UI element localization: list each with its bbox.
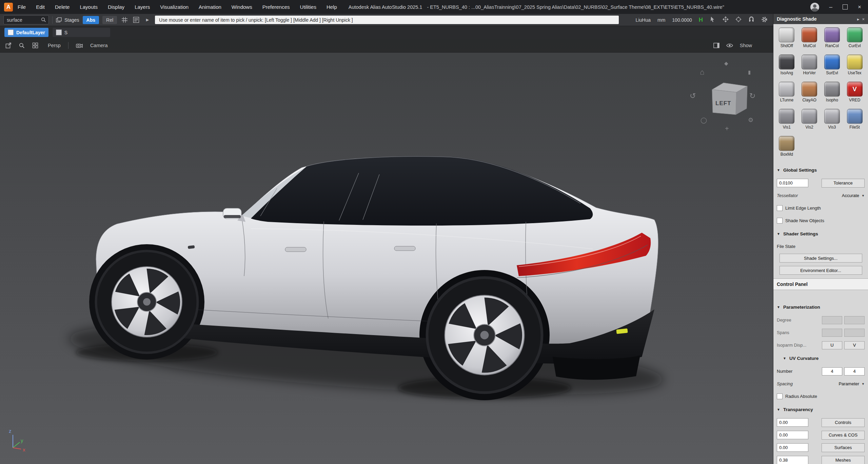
shader-vred-button[interactable]: VVRED — [843, 80, 866, 107]
layout-list-icon[interactable] — [132, 16, 140, 24]
zoom-plus-icon[interactable]: + — [725, 125, 729, 132]
rotate-left-icon[interactable]: ↺ — [690, 92, 696, 100]
shader-curevl-button[interactable]: CurEvl — [843, 26, 866, 53]
panel-toggle-icon[interactable] — [713, 43, 719, 48]
orbit-icon[interactable]: ◯ — [701, 117, 707, 124]
camera-label[interactable]: Camera — [90, 43, 108, 48]
gear-settings-icon[interactable] — [761, 16, 768, 24]
search-input[interactable] — [6, 17, 35, 23]
radius-absolute-checkbox[interactable] — [777, 393, 783, 399]
limit-edge-length-checkbox[interactable] — [777, 205, 783, 211]
shader-ltunne-button[interactable]: LTunne — [775, 80, 798, 107]
alias-logo-icon[interactable]: A — [4, 3, 13, 12]
crosshair-snap-icon[interactable] — [735, 16, 742, 23]
units-label[interactable]: mm — [657, 17, 665, 23]
shader-vis2-button[interactable]: Vis2 — [798, 108, 821, 134]
section-uv-curvature[interactable]: ▼ UV Curvature — [773, 351, 868, 365]
transparency-value-input[interactable] — [777, 456, 808, 464]
collapse-triangle-icon[interactable]: ▼ — [777, 232, 780, 236]
shader-vis1-button[interactable]: Vis1 — [775, 108, 798, 134]
rel-toggle-button[interactable]: Rel — [102, 16, 117, 24]
isoparm-u-button[interactable]: U — [822, 341, 842, 349]
collapse-triangle-icon[interactable]: ▼ — [777, 168, 780, 172]
uv-number-u-input[interactable] — [822, 367, 842, 375]
construction-grid-icon[interactable] — [120, 16, 129, 24]
layout-tiles-icon[interactable] — [32, 42, 38, 49]
move-transform-icon[interactable] — [723, 16, 729, 23]
shader-isopho-button[interactable]: Isopho — [821, 80, 844, 107]
perspective-viewport[interactable]: LEFT ⌂ ◆ ▮ ↺ ↻ ◯ ⚙ + z y x Persp — [0, 39, 773, 464]
layer-tab-defaultlayer[interactable]: DefaultLayer — [4, 28, 48, 37]
section-shader-settings[interactable]: ▼ Shader Settings — [773, 227, 868, 240]
rotate-right-icon[interactable]: ↻ — [749, 92, 755, 100]
tolerance-button[interactable]: Tolerance — [822, 179, 865, 188]
layer-swatch[interactable] — [56, 30, 62, 35]
layer-tab-s[interactable]: S — [53, 28, 110, 37]
menu-item-file[interactable]: File — [18, 4, 26, 10]
home-icon[interactable]: ⌂ — [700, 68, 704, 76]
panel-dock-icon[interactable]: ▸ — [857, 17, 860, 22]
section-global-settings[interactable]: ▼ Global Settings — [773, 163, 868, 177]
shader-clayao-button[interactable]: ClayAO — [798, 80, 821, 107]
search-box[interactable] — [3, 15, 49, 24]
menu-item-delete[interactable]: Delete — [55, 4, 70, 10]
uv-number-v-input[interactable] — [844, 367, 865, 375]
pop-out-icon[interactable] — [5, 42, 12, 49]
menu-item-preferences[interactable]: Preferences — [262, 4, 290, 10]
viewcube-settings-icon[interactable]: ⚙ — [748, 117, 753, 123]
panel-close-icon[interactable]: × — [862, 17, 865, 22]
tessellator-dropdown[interactable]: Accurate ▼ — [842, 193, 865, 198]
spacing-dropdown[interactable]: Parameter ▼ — [839, 381, 865, 386]
prompt-expand-icon[interactable]: ▶ — [143, 16, 152, 24]
transparency-controls-button[interactable]: Controls — [822, 418, 865, 427]
collapse-triangle-icon[interactable]: ▼ — [777, 305, 780, 309]
close-icon[interactable]: × — [858, 4, 861, 10]
control-panel-title[interactable]: Control Panel — [773, 278, 868, 290]
panel-title-bar[interactable]: Diagnostic Shade ▸ × — [773, 14, 868, 24]
pick-arrow-icon[interactable] — [710, 16, 716, 23]
shader-shdoff-button[interactable]: ShdOff — [775, 26, 798, 53]
view-label[interactable]: Persp — [48, 43, 61, 48]
shade-settings-button[interactable]: Shade Settings... — [780, 254, 862, 263]
section-transparency[interactable]: ▼ Transparency — [773, 403, 868, 416]
show-menu-label[interactable]: Show — [740, 43, 752, 48]
layer-swatch[interactable] — [8, 30, 14, 35]
shader-rancol-button[interactable]: RanCol — [821, 26, 844, 53]
shader-surevl-button[interactable]: SurEvl — [821, 53, 844, 80]
transparency-value-input[interactable] — [777, 431, 808, 439]
menu-item-layouts[interactable]: Layouts — [80, 4, 98, 10]
transparency-surfaces-button[interactable]: Surfaces — [822, 443, 865, 452]
isoparm-v-button[interactable]: V — [844, 341, 865, 349]
shade-new-objects-checkbox[interactable] — [777, 218, 783, 224]
tolerance-input[interactable] — [777, 179, 808, 187]
menu-item-help[interactable]: Help — [327, 4, 337, 10]
section-parameterization[interactable]: ▼ Parameterization — [773, 300, 868, 314]
bookmark-icon[interactable]: ▮ — [748, 69, 751, 75]
visibility-eye-icon[interactable] — [726, 43, 733, 48]
magnet-snap-icon[interactable] — [748, 16, 754, 23]
transparency-value-input[interactable] — [777, 443, 808, 452]
shader-horver-button[interactable]: HorVer — [798, 53, 821, 80]
menu-item-edit[interactable]: Edit — [36, 4, 45, 10]
menu-item-windows[interactable]: Windows — [232, 4, 252, 10]
transparency-meshes-button[interactable]: Meshes — [822, 456, 865, 464]
user-avatar[interactable] — [810, 3, 819, 12]
transparency-curves-cos-button[interactable]: Curves & COS — [822, 431, 865, 440]
shader-mulcol-button[interactable]: MulCol — [798, 26, 821, 53]
shader-usetex-button[interactable]: UseTex — [843, 53, 866, 80]
shader-vis3-button[interactable]: Vis3 — [821, 108, 844, 134]
view-cube[interactable]: LEFT ⌂ ◆ ▮ ↺ ↻ ◯ ⚙ + — [690, 60, 755, 132]
stages-button[interactable]: Stages — [56, 17, 79, 23]
collapse-triangle-icon[interactable]: ▼ — [777, 408, 780, 411]
camera-icon[interactable] — [76, 43, 83, 48]
shader-filest-button[interactable]: FileSt — [843, 108, 866, 134]
transparency-value-input[interactable] — [777, 418, 808, 427]
environment-editor-button[interactable]: Environment Editor... — [780, 266, 862, 275]
collapse-triangle-icon[interactable]: ▼ — [783, 356, 786, 360]
abs-toggle-button[interactable]: Abs — [83, 16, 99, 24]
shader-boxmd-button[interactable]: BoxMd — [775, 135, 798, 161]
minimize-icon[interactable]: – — [829, 4, 832, 10]
menu-item-visualization[interactable]: Visualization — [160, 4, 189, 10]
menu-item-display[interactable]: Display — [108, 4, 124, 10]
shader-isoang-button[interactable]: IsoAng — [775, 53, 798, 80]
